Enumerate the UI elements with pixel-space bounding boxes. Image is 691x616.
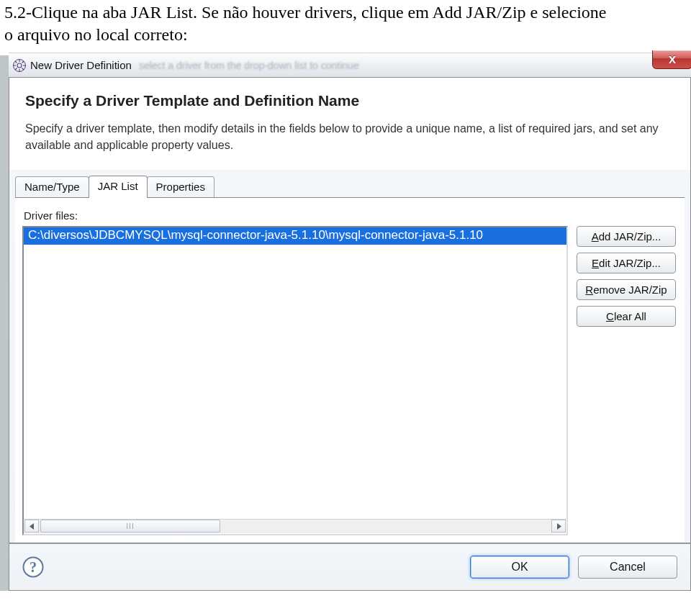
driver-files-label: Driver files: (24, 209, 676, 222)
edit-jar-zip-button[interactable]: Edit JAR/Zip... (577, 253, 676, 273)
ok-button[interactable]: OK (470, 556, 569, 579)
window-close-button[interactable]: X (652, 50, 691, 69)
scroll-left-button[interactable] (24, 520, 39, 533)
tab-region: Name/Type JAR List Properties Driver fil… (9, 170, 691, 543)
help-icon[interactable]: ? (22, 556, 44, 578)
tab-bar: Name/Type JAR List Properties (15, 176, 685, 197)
button-label: OK (511, 561, 528, 573)
tab-jar-list[interactable]: JAR List (89, 176, 148, 198)
cancel-button[interactable]: Cancel (578, 556, 677, 579)
close-icon: X (669, 53, 676, 65)
instruction-line-2: o arquivo no local correto: (4, 25, 188, 44)
scroll-thumb[interactable]: III (40, 520, 220, 533)
wizard-header: Specify a Driver Template and Definition… (9, 77, 691, 169)
dialog-footer: ? OK Cancel (9, 543, 691, 591)
tab-label: Name/Type (24, 181, 80, 193)
jar-buttons-column: Add JAR/Zip... Edit JAR/Zip... Remove JA… (577, 226, 676, 535)
svg-text:?: ? (30, 559, 37, 575)
tab-label: JAR List (98, 180, 138, 192)
instruction-line-1: 5.2-Clique na aba JAR List. Se não houve… (4, 3, 606, 22)
clear-all-button[interactable]: Clear All (577, 306, 676, 327)
tab-label: Properties (156, 181, 205, 193)
tab-page-jar-list: Driver files: C:\diversos\JDBCMYSQL\mysq… (15, 197, 685, 543)
add-jar-zip-button[interactable]: Add JAR/Zip... (577, 226, 676, 247)
titlebar-hint-blurred: select a driver from the drop-down list … (139, 60, 359, 71)
wizard-description: Specify a driver template, then modify d… (25, 121, 669, 153)
scroll-right-button[interactable] (551, 520, 566, 533)
background-stripe (0, 55, 9, 590)
new-driver-definition-dialog: New Driver Definition select a driver fr… (9, 53, 691, 590)
horizontal-scrollbar[interactable]: III (24, 519, 566, 533)
tab-properties[interactable]: Properties (147, 176, 214, 197)
dialog-title: New Driver Definition (30, 59, 132, 71)
titlebar[interactable]: New Driver Definition select a driver fr… (9, 53, 691, 77)
list-item[interactable]: C:\diversos\JDBCMYSQL\mysql-connector-ja… (24, 227, 566, 245)
driver-files-listbox[interactable]: C:\diversos\JDBCMYSQL\mysql-connector-ja… (22, 226, 568, 535)
wizard-title: Specify a Driver Template and Definition… (25, 92, 669, 109)
tab-name-type[interactable]: Name/Type (15, 176, 89, 197)
button-label: Cancel (610, 561, 646, 573)
instruction-text: 5.2-Clique na aba JAR List. Se não houve… (0, 0, 691, 45)
eclipse-gear-icon (13, 59, 26, 72)
remove-jar-zip-button[interactable]: Remove JAR/Zip (577, 279, 676, 300)
